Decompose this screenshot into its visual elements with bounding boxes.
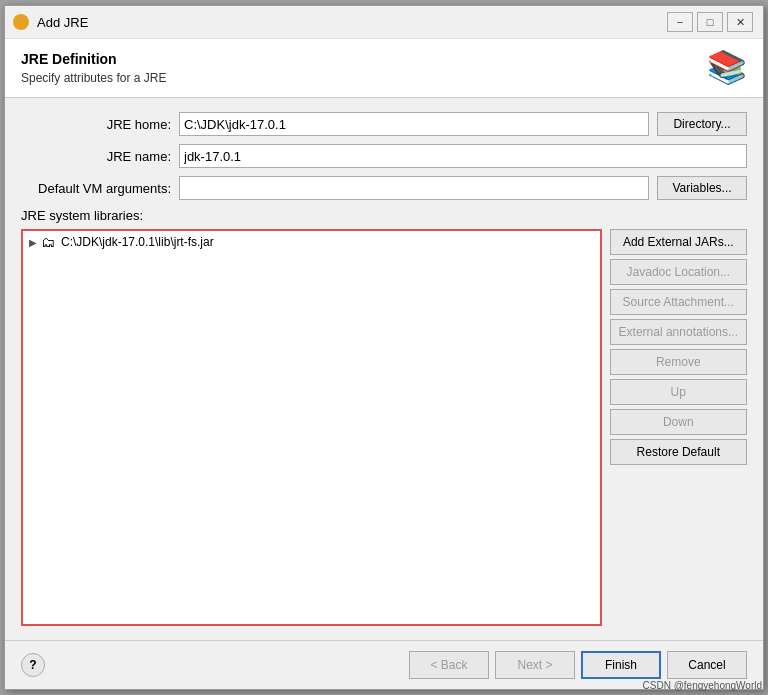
header-title: JRE Definition [21, 51, 166, 67]
remove-button[interactable]: Remove [610, 349, 747, 375]
javadoc-location-button[interactable]: Javadoc Location... [610, 259, 747, 285]
vm-args-row: Default VM arguments: Variables... [21, 176, 747, 200]
title-bar: Add JRE − □ ✕ [5, 6, 763, 39]
jre-home-label: JRE home: [21, 117, 171, 132]
finish-button[interactable]: Finish [581, 651, 661, 679]
vm-args-input[interactable] [179, 176, 649, 200]
restore-default-button[interactable]: Restore Default [610, 439, 747, 465]
libraries-list: ▶ 🗂 C:\JDK\jdk-17.0.1\lib\jrt-fs.jar [21, 229, 602, 626]
list-item[interactable]: ▶ 🗂 C:\JDK\jdk-17.0.1\lib\jrt-fs.jar [23, 231, 600, 253]
close-button[interactable]: ✕ [727, 12, 753, 32]
external-annotations-button[interactable]: External annotations... [610, 319, 747, 345]
window-title: Add JRE [37, 15, 667, 30]
jre-home-row: JRE home: Directory... [21, 112, 747, 136]
watermark: CSDN @fengyehongWorld [643, 680, 762, 691]
back-button[interactable]: < Back [409, 651, 489, 679]
footer-left: ? [21, 653, 45, 677]
content-area: JRE home: Directory... JRE name: Default… [5, 98, 763, 640]
expand-arrow-icon: ▶ [29, 237, 37, 248]
jre-name-row: JRE name: [21, 144, 747, 168]
libraries-main: ▶ 🗂 C:\JDK\jdk-17.0.1\lib\jrt-fs.jar Add… [21, 229, 747, 626]
vm-args-label: Default VM arguments: [21, 181, 171, 196]
variables-button[interactable]: Variables... [657, 176, 747, 200]
header-subtitle: Specify attributes for a JRE [21, 71, 166, 85]
up-button[interactable]: Up [610, 379, 747, 405]
library-path: C:\JDK\jdk-17.0.1\lib\jrt-fs.jar [61, 235, 214, 249]
libraries-section: JRE system libraries: ▶ 🗂 C:\JDK\jdk-17.… [21, 208, 747, 626]
add-external-jars-button[interactable]: Add External JARs... [610, 229, 747, 255]
header-section: JRE Definition Specify attributes for a … [5, 39, 763, 98]
libraries-label: JRE system libraries: [21, 208, 747, 223]
header-text: JRE Definition Specify attributes for a … [21, 51, 166, 85]
minimize-button[interactable]: − [667, 12, 693, 32]
window-icon [13, 14, 29, 30]
maximize-button[interactable]: □ [697, 12, 723, 32]
help-button[interactable]: ? [21, 653, 45, 677]
libraries-buttons: Add External JARs... Javadoc Location...… [610, 229, 747, 626]
title-bar-controls: − □ ✕ [667, 12, 753, 32]
header-icon: 📚 [707, 51, 747, 83]
down-button[interactable]: Down [610, 409, 747, 435]
jre-name-label: JRE name: [21, 149, 171, 164]
main-window: Add JRE − □ ✕ JRE Definition Specify att… [4, 5, 764, 690]
jre-home-input[interactable] [179, 112, 649, 136]
jre-name-input[interactable] [179, 144, 747, 168]
directory-button[interactable]: Directory... [657, 112, 747, 136]
source-attachment-button[interactable]: Source Attachment... [610, 289, 747, 315]
footer-right: < Back Next > Finish Cancel [409, 651, 747, 679]
jar-icon: 🗂 [41, 234, 55, 250]
next-button[interactable]: Next > [495, 651, 575, 679]
cancel-button[interactable]: Cancel [667, 651, 747, 679]
